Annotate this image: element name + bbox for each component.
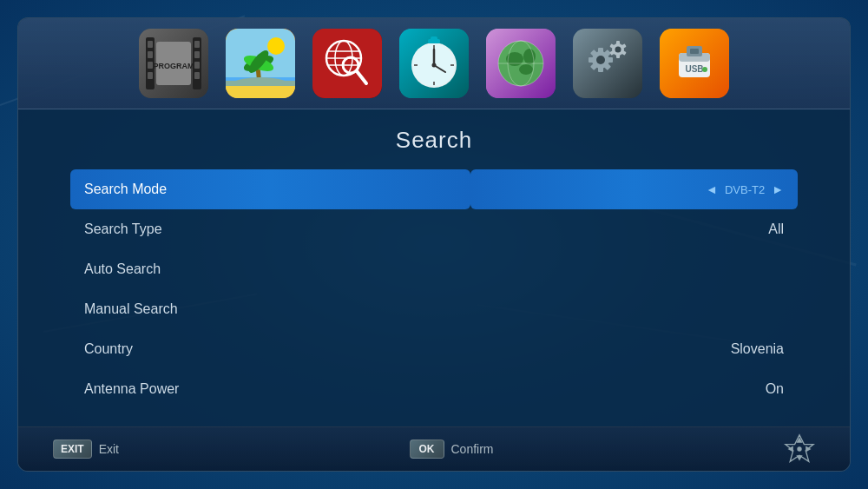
svg-point-37 — [432, 63, 437, 68]
svg-rect-10 — [194, 72, 200, 79]
page-title: Search — [70, 127, 798, 154]
bottom-bar: EXIT Exit OK Confirm — [18, 426, 850, 471]
menu-value-search-type: All — [470, 209, 798, 249]
ok-key-label: Confirm — [451, 442, 494, 456]
nav-diamond-icon — [784, 433, 815, 465]
main-panel: PROGRAM — [17, 17, 851, 472]
svg-rect-65 — [616, 41, 620, 45]
svg-text:PROGRAM: PROGRAM — [154, 62, 194, 70]
menu-label-auto-search: Auto Search — [70, 249, 470, 289]
menu-label-search-mode: Search Mode — [70, 169, 470, 209]
svg-rect-43 — [431, 36, 437, 41]
menu-value-country: Slovenia — [470, 329, 798, 369]
exit-key-badge: EXIT — [53, 439, 92, 459]
svg-marker-80 — [796, 455, 802, 460]
svg-rect-59 — [598, 67, 603, 72]
svg-point-64 — [615, 47, 621, 53]
exit-key-label: Exit — [99, 442, 119, 456]
svg-rect-2 — [148, 41, 153, 48]
nav-arrows-search-mode: ◄ DVB-T2 ► — [706, 182, 784, 196]
arrow-right-icon: ► — [772, 182, 784, 196]
menu-label-antenna-power: Antenna Power — [70, 369, 470, 409]
menu-table: Search Mode ◄ DVB-T2 ► Search Type All — [70, 169, 798, 409]
app-icon-search[interactable] — [312, 29, 382, 98]
menu-row-manual-search[interactable]: Manual Search — [70, 289, 798, 329]
svg-rect-57 — [608, 57, 613, 63]
ok-key-badge: OK — [410, 439, 444, 459]
svg-point-77 — [702, 67, 707, 72]
menu-label-search-type: Search Type — [70, 209, 470, 249]
app-icon-clock[interactable] — [399, 29, 469, 98]
content-area: Search Search Mode ◄ DVB-T2 ► Se — [18, 109, 850, 426]
svg-rect-9 — [194, 62, 200, 69]
svg-rect-5 — [148, 72, 153, 79]
app-icon-program[interactable]: PROGRAM — [139, 29, 208, 98]
app-icon-network[interactable] — [486, 29, 556, 98]
menu-label-manual-search: Manual Search — [70, 289, 470, 329]
app-icon-media[interactable] — [226, 29, 295, 98]
svg-rect-22 — [226, 77, 295, 86]
menu-row-antenna-power[interactable]: Antenna Power On — [70, 369, 798, 409]
svg-rect-75 — [690, 49, 699, 54]
svg-point-83 — [797, 446, 801, 451]
menu-value-manual-search — [470, 289, 798, 329]
menu-row-auto-search[interactable]: Auto Search — [70, 249, 798, 289]
svg-rect-24 — [312, 29, 382, 98]
svg-point-54 — [596, 56, 605, 64]
svg-rect-4 — [148, 62, 153, 69]
icon-bar: PROGRAM — [18, 18, 850, 109]
menu-value-auto-search — [470, 249, 798, 289]
svg-point-15 — [267, 37, 285, 55]
svg-rect-55 — [598, 48, 603, 53]
svg-rect-8 — [194, 51, 200, 58]
menu-label-country: Country — [70, 329, 470, 369]
app-icon-settings[interactable] — [573, 29, 642, 98]
svg-rect-7 — [194, 41, 200, 48]
ok-button-group[interactable]: OK Confirm — [410, 439, 494, 459]
exit-button-group[interactable]: EXIT Exit — [53, 439, 119, 459]
menu-value-antenna-power: On — [470, 369, 798, 409]
app-icon-usb[interactable]: USB — [660, 29, 729, 98]
menu-value-search-mode: ◄ DVB-T2 ► — [470, 169, 798, 209]
svg-rect-61 — [589, 57, 594, 63]
menu-row-country[interactable]: Country Slovenia — [70, 329, 798, 369]
svg-rect-3 — [148, 51, 153, 58]
svg-text:USB: USB — [685, 64, 703, 74]
menu-row-search-mode[interactable]: Search Mode ◄ DVB-T2 ► — [70, 169, 798, 209]
menu-row-search-type[interactable]: Search Type All — [70, 209, 798, 249]
arrow-left-icon: ◄ — [706, 182, 718, 196]
svg-point-48 — [519, 64, 533, 75]
svg-rect-68 — [616, 54, 620, 58]
